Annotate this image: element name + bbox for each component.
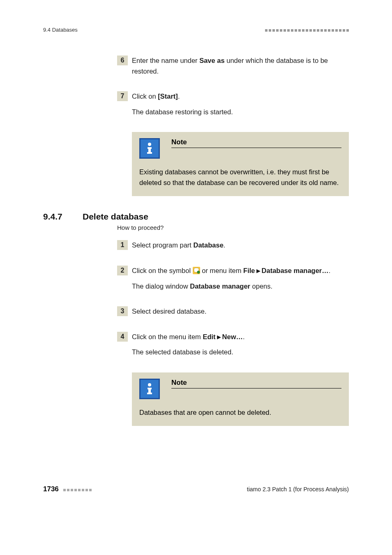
step-6: 6 Enter the name under Save as under whi… [117,56,349,81]
running-header: 9.4 Databases [43,27,349,33]
step-sub-text: The database restoring is started. [132,107,349,118]
header-decoration [264,27,349,33]
step-2: 2 Click on the symbol or menu item File▶… [117,266,349,296]
section-title: Delete database [83,212,148,222]
info-icon [139,379,160,399]
step-body: Select desired database. [132,306,349,322]
footer-decoration [62,486,92,493]
svg-rect-9 [148,388,151,393]
menu-arrow-icon: ▶ [256,268,261,274]
step-7: 7 Click on [Start]. The database restori… [117,91,349,122]
step-body: Select program part Database. [132,240,349,256]
step-3: 3 Select desired database. [117,306,349,322]
footer-product: tiamo 2.3 Patch 1 (for Process Analysis) [247,486,349,493]
info-icon [139,138,160,159]
note-title: Note [171,379,341,388]
step-number-badge: 1 [117,240,128,250]
step-number-badge: 2 [117,266,128,275]
section-heading: 9.4.7 Delete database [43,212,349,222]
note-body: Existing databases cannot be overwritten… [139,167,341,188]
step-body: Click on the menu item Edit▶New…. The se… [132,332,349,363]
svg-rect-3 [147,152,152,154]
section-number: 9.4.7 [43,212,83,222]
svg-point-7 [148,383,151,386]
step-4: 4 Click on the menu item Edit▶New…. The … [117,332,349,363]
how-to-proceed: How to proceed? [117,224,349,231]
content-block-2: 1 Select program part Database. 2 Click … [117,240,349,426]
note-box-2: Note Databases that are open cannot be d… [132,372,349,426]
note-body: Databases that are open cannot be delete… [139,407,341,418]
svg-rect-10 [147,393,152,394]
page-number: 1736 [43,485,59,493]
step-number-badge: 6 [117,56,128,65]
note-title: Note [171,138,341,148]
page-footer: 1736 tiamo 2.3 Patch 1 (for Process Anal… [43,485,349,493]
svg-point-0 [148,143,151,146]
database-manager-icon [193,267,200,274]
step-body: Click on [Start]. The database restoring… [132,91,349,122]
step-1: 1 Select program part Database. [117,240,349,256]
menu-arrow-icon: ▶ [217,334,221,340]
step-number-badge: 7 [117,91,128,101]
svg-point-6 [197,271,199,273]
content-block-1: 6 Enter the name under Save as under whi… [117,56,349,196]
note-box-1: Note Existing databases cannot be overwr… [132,132,349,196]
svg-rect-2 [148,147,151,153]
header-section-label: 9.4 Databases [43,27,78,33]
page: 9.4 Databases 6 Enter the name under Sav… [0,0,392,555]
step-number-badge: 3 [117,306,128,316]
step-body: Enter the name under Save as under which… [132,56,349,81]
step-number-badge: 4 [117,332,128,342]
step-body: Click on the symbol or menu item File▶Da… [132,266,349,296]
